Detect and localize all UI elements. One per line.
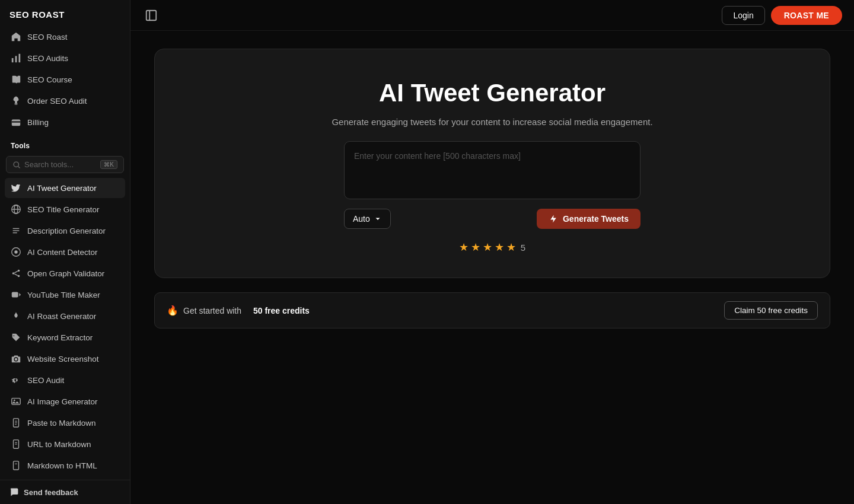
topbar: Login ROAST ME (130, 0, 854, 31)
svg-point-17 (18, 275, 20, 277)
promo-bar: 🔥 Get started with 50 free credits Claim… (154, 292, 830, 328)
rocket-icon (11, 95, 21, 106)
sidebar-item-ai-roast-generator[interactable]: AI Roast Generator (5, 306, 125, 326)
star-1: ★ (459, 241, 469, 254)
panel-icon (145, 9, 158, 22)
sidebar-item-ai-content-detector[interactable]: AI Content Detector (5, 242, 125, 262)
sidebar-item-youtube-title-maker[interactable]: YouTube Title Maker (5, 285, 125, 305)
svg-line-19 (14, 274, 17, 276)
star-3: ★ (483, 241, 492, 254)
lightning-icon (549, 214, 558, 224)
roastme-button[interactable]: ROAST ME (771, 6, 842, 25)
hero-title: AI Tweet Generator (379, 79, 606, 107)
svg-rect-0 (12, 58, 14, 62)
sidebar-item-open-graph-validator[interactable]: Open Graph Validator (5, 263, 125, 283)
tools-section-label: Tools (0, 132, 130, 154)
list-icon (11, 225, 21, 236)
rating-count: 5 (521, 243, 525, 253)
sidebar-item-billing[interactable]: Billing (5, 112, 125, 132)
rating-row: ★ ★ ★ ★ ★ 5 (459, 241, 525, 254)
sidebar-item-seo-roast[interactable]: SEO Roast (5, 27, 125, 47)
svg-rect-1 (15, 56, 17, 62)
sidebar-item-seo-course[interactable]: SEO Course (5, 69, 125, 90)
star-2: ★ (471, 241, 480, 254)
chevron-down-icon (374, 215, 382, 223)
generate-tweets-button[interactable]: Generate Tweets (537, 209, 640, 229)
chart-icon (11, 53, 21, 63)
svg-point-15 (18, 270, 20, 272)
promo-icon: 🔥 (167, 305, 179, 316)
doc-icon (11, 417, 21, 428)
sidebar-item-seo-title-generator[interactable]: SEO Title Generator (5, 199, 125, 219)
hero-subtitle: Generate engaging tweets for your conten… (332, 117, 652, 127)
svg-point-23 (14, 400, 15, 401)
svg-rect-20 (12, 292, 18, 298)
svg-rect-22 (12, 398, 20, 405)
topbar-actions: Login ROAST ME (722, 6, 842, 25)
svg-marker-21 (19, 293, 21, 296)
content-area: AI Tweet Generator Generate engaging twe… (130, 31, 854, 504)
promo-text: 🔥 Get started with 50 free credits (167, 305, 310, 316)
feedback-icon (9, 487, 19, 497)
svg-rect-2 (19, 54, 21, 62)
search-tools-bar[interactable]: ⌘K (6, 156, 124, 173)
sidebar-toggle-button[interactable] (142, 7, 160, 24)
circle-dot-icon (11, 247, 21, 257)
tag-icon (11, 332, 21, 343)
search-icon (12, 161, 21, 169)
svg-rect-31 (14, 461, 19, 470)
tools-nav: AI Tweet Generator SEO Title Generator D… (0, 178, 130, 476)
camera-icon (11, 353, 21, 364)
share-icon (11, 268, 21, 279)
video-icon (11, 289, 21, 300)
home-icon (11, 31, 21, 42)
sidebar-item-order-seo-audit[interactable]: Order SEO Audit (5, 91, 125, 111)
sidebar-item-ai-tweet-generator[interactable]: AI Tweet Generator (5, 178, 125, 198)
sidebar-item-seo-audits[interactable]: SEO Audits (5, 48, 125, 68)
feedback-button[interactable]: Send feedback (0, 480, 130, 504)
sidebar-item-seo-audit[interactable]: SEO Audit (5, 370, 125, 390)
main-content: Login ROAST ME AI Tweet Generator Genera… (130, 0, 854, 504)
doc2-icon (11, 439, 21, 449)
svg-rect-33 (146, 10, 157, 20)
image-icon (11, 396, 21, 407)
globe-icon (11, 204, 21, 215)
hero-card: AI Tweet Generator Generate engaging twe… (154, 49, 830, 278)
svg-line-6 (18, 166, 20, 168)
content-input-wrapper (344, 141, 640, 199)
svg-rect-4 (12, 121, 20, 123)
promo-highlight: 50 free credits (253, 306, 310, 315)
search-input[interactable] (24, 160, 97, 169)
doc3-icon (11, 460, 21, 471)
gear-icon (11, 375, 21, 385)
card-icon (11, 117, 21, 127)
sidebar-item-keyword-extractor[interactable]: Keyword Extractor (5, 327, 125, 347)
book-icon (11, 74, 21, 85)
sidebar-item-website-screenshot[interactable]: Website Screenshot (5, 349, 125, 369)
claim-credits-button[interactable]: Claim 50 free credits (724, 301, 818, 320)
svg-point-16 (12, 272, 15, 275)
svg-point-5 (14, 162, 18, 167)
star-5: ★ (506, 241, 516, 254)
twitter-icon (11, 183, 21, 193)
content-textarea[interactable] (354, 151, 630, 187)
language-select[interactable]: Auto (344, 209, 391, 229)
search-kbd: ⌘K (100, 160, 117, 169)
star-4: ★ (495, 241, 504, 254)
sidebar: SEO ROAST SEO Roast SEO Audits SEO Cours… (0, 0, 130, 504)
brand-name: SEO ROAST (0, 0, 130, 27)
main-nav: SEO Roast SEO Audits SEO Course Order SE… (0, 27, 130, 132)
sidebar-item-ai-image-generator[interactable]: AI Image Generator (5, 391, 125, 412)
sidebar-item-url-to-markdown[interactable]: URL to Markdown (5, 434, 125, 454)
sidebar-item-paste-to-markdown[interactable]: Paste to Markdown (5, 413, 125, 433)
sidebar-item-description-generator[interactable]: Description Generator (5, 221, 125, 241)
sidebar-item-markdown-to-html[interactable]: Markdown to HTML (5, 455, 125, 476)
hero-controls: Auto Generate Tweets (344, 209, 640, 229)
fire-icon (11, 311, 21, 321)
svg-point-14 (14, 250, 17, 253)
login-button[interactable]: Login (722, 6, 764, 25)
svg-line-18 (14, 271, 17, 273)
